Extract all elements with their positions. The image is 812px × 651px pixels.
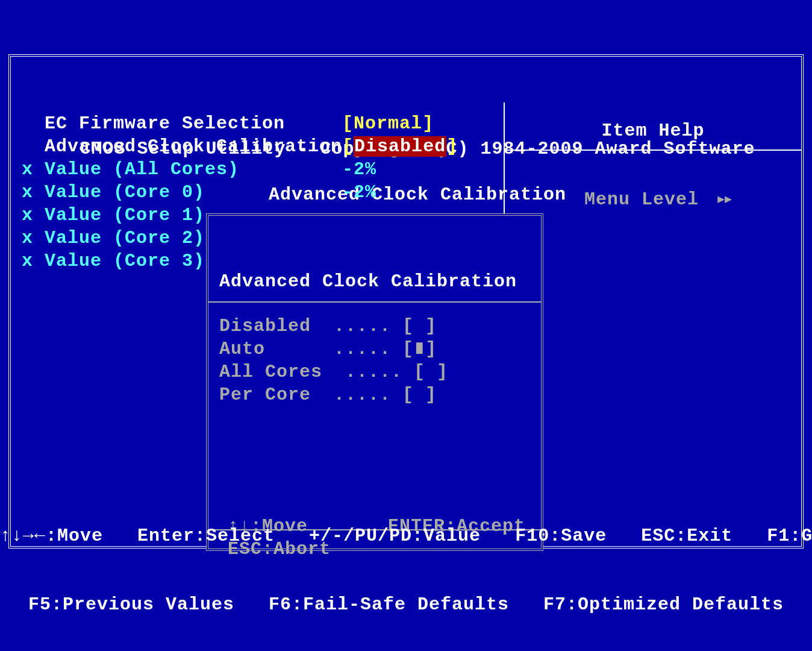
blank-marker [22,136,45,157]
radio-checked-icon: [∎] [402,339,437,359]
settings-row: x Value (All Cores) -2% [22,158,458,181]
vertical-separator [504,102,505,217]
settings-label: EC Firmware Selection [45,113,285,134]
disabled-marker-icon: x [22,251,45,271]
radio-unchecked-icon: [ ] [414,362,448,382]
bracket-close: ] [446,136,458,157]
settings-row: x Value (Core 0) -2% [22,181,458,204]
settings-value: Normal [354,113,422,134]
help-panel-body: Menu Level▸▸ [516,165,730,234]
popup-separator-top [208,301,541,303]
settings-label: Value (All Cores) [45,159,239,180]
popup-title: Advanced Clock Calibration [219,270,517,293]
menu-level-icon: ▸▸ [699,189,730,210]
settings-value: Disabled [354,136,446,157]
footer-key-help: ↑↓→←:Move Enter:Select +/-/PU/PD:Value F… [0,479,812,639]
settings-row[interactable]: EC Firmware Selection [Normal] [22,112,458,135]
radio-unchecked-icon: [ ] [402,316,437,336]
popup-option-label: Disabled [219,316,311,336]
bracket-open: [ [342,113,354,134]
disabled-marker-icon: x [22,159,45,180]
popup-option-label: Auto [219,339,265,359]
main-frame: EC Firmware Selection [Normal] Advanced … [8,54,804,549]
bracket-close: ] [422,113,434,134]
popup-option-label: All Cores [219,362,322,382]
popup-option[interactable]: Per Core ..... [ ] [219,383,448,406]
help-panel-title: Item Help [511,119,795,142]
settings-label: Value (Core 3) [45,251,205,271]
settings-label: Value (Core 0) [45,182,205,203]
settings-value: -2% [342,159,376,180]
footer-line-1: ↑↓→←:Move Enter:Select +/-/PU/PD:Value F… [0,524,812,547]
settings-label: Value (Core 2) [45,228,205,248]
settings-label: Value (Core 1) [45,205,205,225]
settings-label: Advanced Clock Calibration [45,136,342,157]
footer-line-2: F5:Previous Values F6:Fail-Safe Defaults… [0,593,812,616]
help-panel-separator [504,149,801,151]
bracket-open: [ [342,136,354,157]
blank-marker [22,113,45,134]
popup-option[interactable]: All Cores ..... [ ] [219,360,448,383]
settings-value: -2% [342,182,376,203]
disabled-marker-icon: x [22,205,45,225]
popup-option-list: Disabled ..... [ ]Auto ..... [∎]All Core… [219,315,448,406]
popup-option[interactable]: Auto ..... [∎] [219,338,448,360]
radio-unchecked-icon: [ ] [402,385,437,405]
disabled-marker-icon: x [22,228,45,248]
popup-option-label: Per Core [219,385,311,405]
settings-row[interactable]: Advanced Clock Calibration[Disabled] [22,135,458,158]
disabled-marker-icon: x [22,182,45,203]
popup-option[interactable]: Disabled ..... [ ] [219,315,448,338]
menu-level-label: Menu Level [584,189,699,210]
